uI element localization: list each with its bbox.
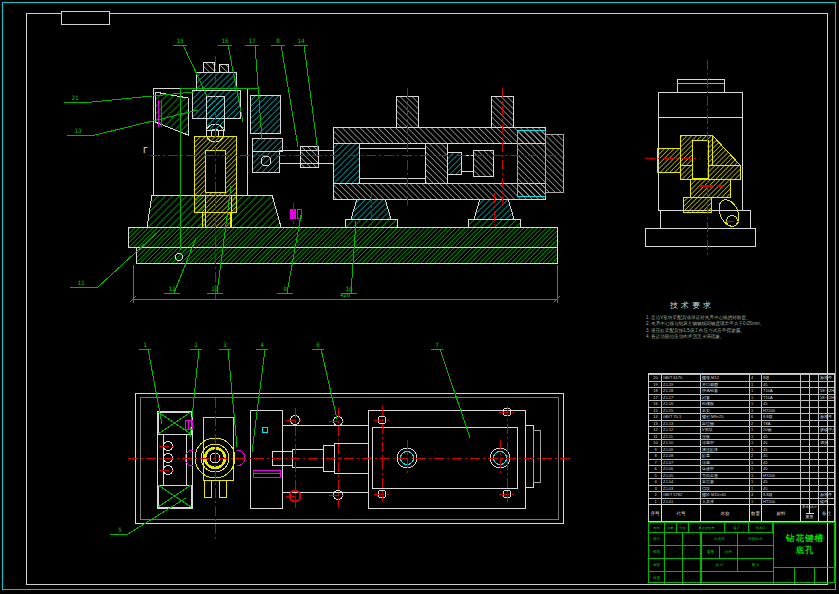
signature-row: 审核 — [649, 558, 701, 571]
date-cell — [683, 559, 701, 571]
scale-value-cell — [737, 545, 773, 558]
weight-cell: 重量 — [701, 545, 719, 558]
date-cell — [683, 546, 701, 558]
signature-cell — [665, 546, 683, 558]
side-view-red-label — [700, 185, 723, 187]
scale-cell: 比例 — [719, 545, 737, 558]
part-balloon: 10 — [345, 285, 353, 292]
part-balloon: 13 — [74, 127, 82, 134]
revision-header-cell: 标记 — [649, 523, 665, 532]
tech-requirement-line: 4. 各运动部位应动作灵活无卡滞现象。 — [646, 334, 826, 340]
revision-header-cell: 年月日 — [749, 523, 773, 532]
plan-view-cyan-details — [262, 427, 507, 465]
side-view-bracket-yellow — [657, 135, 743, 229]
drawing-title-line2: 底孔 — [796, 545, 815, 557]
date-cell — [683, 533, 701, 545]
part-balloon: 1 — [143, 341, 147, 348]
bom-header-no: 序号 — [649, 505, 661, 521]
company-cell — [701, 571, 773, 582]
signature-cell — [665, 572, 683, 584]
part-balloon: 17 — [248, 37, 256, 44]
part-balloon: 5 — [118, 526, 122, 533]
stage-mark-cell: 阶段标记 — [737, 532, 773, 545]
signature-cell — [665, 559, 683, 571]
part-balloon: 7 — [435, 341, 439, 348]
title-block: 标记处数分区更改文件号签名年月日 设计 校核 审核 批准 — [648, 522, 835, 583]
plan-view-balloons: 1 2 3 4 6 7 5 — [118, 341, 439, 533]
bom-header-unit-weight: 单件 — [802, 505, 809, 513]
plan-view-leaders — [110, 349, 470, 534]
revision-header-cell: 处数 — [665, 523, 677, 532]
drawing-title-line1: 钻花键槽 — [786, 533, 824, 545]
signature-row: 校核 — [649, 545, 701, 558]
revision-header-row: 标记处数分区更改文件号签名年月日 — [649, 523, 773, 532]
part-balloon: 20 — [211, 285, 219, 292]
signature-rows: 设计 校核 审核 批准 — [649, 532, 701, 584]
signature-row: 设计 — [649, 532, 701, 545]
signature-row-label: 批准 — [649, 572, 665, 584]
signature-cell — [665, 533, 683, 545]
sheet-number-cell: 第 张 — [737, 558, 773, 571]
bom-header-qty: 数量 — [749, 505, 761, 521]
part-balloon: 8 — [276, 37, 280, 44]
revision-header-cell: 分区 — [677, 523, 689, 532]
bom-header-material: 材料 — [761, 505, 800, 521]
technical-requirements: 技术要求 1. 定位V形块装配后须保证对夹具中心线的对称度。2. 夹具中心线与钻… — [646, 300, 826, 341]
part-balloon: 16 — [221, 37, 229, 44]
signature-row: 批准 — [649, 571, 701, 584]
part-balloon: 14 — [297, 37, 305, 44]
part-balloon: 3 — [223, 341, 227, 348]
part-balloon: 12 — [168, 285, 176, 292]
technical-requirements-title: 技术要求 — [670, 300, 826, 311]
title-bottom-cell — [774, 568, 795, 584]
bom-header-weight: 单件 总计 重量 — [800, 505, 818, 521]
signature-row-label: 校核 — [649, 546, 665, 558]
signature-row-label: 设计 — [649, 533, 665, 545]
cad-drawing-canvas: Γ 15 16 17 8 14 — [0, 0, 839, 594]
part-balloon: 4 — [260, 341, 264, 348]
bom-header-total-weight: 总计 — [809, 505, 817, 513]
bom-header-name: 名称 — [700, 505, 749, 521]
bom-header-weight-label: 重量 — [806, 513, 814, 522]
drawing-title: 钻花键槽 底孔 — [773, 523, 836, 567]
part-balloon: 9 — [283, 285, 287, 292]
parts-list-rows: 1 ZJ-01 夹具体 1 HT200 铸件 2 GB/T 5782 螺栓 M1… — [649, 374, 834, 504]
revision-header-cell: 更改文件号 — [689, 523, 725, 532]
title-block-bottom-cells — [773, 567, 836, 584]
section-mark: Γ — [143, 146, 148, 155]
title-bottom-cell — [795, 568, 816, 584]
part-balloon: 21 — [71, 94, 79, 101]
title-bottom-cell — [815, 568, 836, 584]
part-balloon: 11 — [77, 279, 85, 286]
part-balloon: 6 — [316, 341, 320, 348]
technical-requirements-list: 1. 定位V形块装配后须保证对夹具中心线的对称度。2. 夹具中心线与钻床主轴轴线… — [646, 315, 826, 341]
signature-row-label: 审核 — [649, 559, 665, 571]
part-balloon: 2 — [194, 341, 198, 348]
standardization-cell: 标准化 — [701, 532, 737, 545]
total-sheets-cell: 共 张 — [701, 558, 737, 571]
parts-list-table: 1 ZJ-01 夹具体 1 HT200 铸件 2 GB/T 5782 螺栓 M1… — [648, 373, 835, 522]
bom-header-code: 代号 — [661, 505, 700, 521]
revision-header-cell: 签名 — [725, 523, 749, 532]
date-cell — [683, 572, 701, 584]
overall-dimension: 420 — [340, 292, 350, 298]
bom-header-remark: 备注 — [818, 505, 834, 521]
part-balloon: 15 — [176, 37, 184, 44]
parts-list-header: 序号 代号 名称 数量 材料 单件 总计 重量 备注 — [649, 504, 834, 521]
front-view — [128, 62, 563, 263]
